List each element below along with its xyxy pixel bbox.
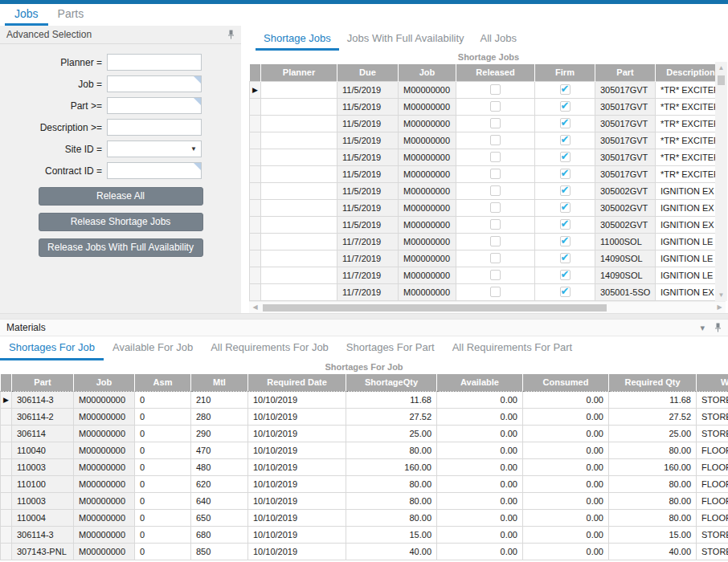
grid-cell[interactable]: 290 [191,425,248,442]
grid-cell[interactable]: 0.00 [523,408,609,425]
released-checkbox[interactable] [490,118,501,128]
grid-cell[interactable]: 305002GVT [595,199,656,216]
grid-cell[interactable]: STORE [697,391,728,408]
row-selector-header[interactable] [1,374,12,391]
grid-cell[interactable]: 110004 [12,509,74,526]
column-header-released[interactable]: Released [456,64,535,81]
released-checkbox[interactable] [490,202,501,213]
panel-splitter[interactable] [241,26,249,313]
grid-cell[interactable]: M00000000 [74,425,135,442]
grid-cell[interactable]: M00000000 [399,182,456,199]
grid-cell[interactable]: 0 [135,492,191,509]
column-header-required-date[interactable]: Required Date [248,374,346,391]
grid-cell[interactable]: M00000000 [74,458,135,475]
firm-checkbox[interactable] [560,152,571,162]
grid-cell[interactable]: M00000000 [399,81,456,98]
grid-cell[interactable] [456,250,535,267]
grid-cell[interactable]: 0.00 [523,492,609,509]
row-selector[interactable] [1,442,12,458]
scroll-down-icon[interactable]: ▼ [718,289,725,301]
grid-cell[interactable] [456,216,535,233]
grid-cell[interactable]: M00000000 [399,165,456,182]
grid-cell[interactable]: 10/10/2019 [248,408,346,425]
part-input[interactable] [107,97,202,114]
grid-cell[interactable]: 80.00 [609,492,697,509]
row-selector[interactable] [1,425,12,442]
grid-cell[interactable]: 10/10/2019 [248,492,346,509]
tab-all-requirements-for-job[interactable]: All Requirements For Job [202,336,337,360]
grid-cell[interactable]: M00000000 [399,216,456,233]
released-checkbox[interactable] [490,84,501,95]
grid-cell[interactable]: 305017GVT [595,132,656,149]
column-header-shortageqty[interactable]: ShortageQty [346,374,437,391]
row-selector[interactable] [1,408,12,425]
grid-cell[interactable]: M00000000 [74,391,135,408]
row-selector[interactable] [250,132,261,149]
grid-cell[interactable]: 480 [191,458,248,475]
scrollbar-thumb[interactable] [263,304,607,312]
firm-checkbox[interactable] [560,270,571,280]
grid-cell[interactable]: 305017GVT [595,165,656,182]
grid-cell[interactable] [261,165,337,182]
grid-cell[interactable]: 850 [191,543,248,560]
grid-cell[interactable]: 0.00 [437,391,523,408]
row-selector[interactable] [250,216,261,233]
grid-cell[interactable]: 80.00 [609,442,697,458]
released-checkbox[interactable] [490,287,501,297]
grid-cell[interactable] [261,98,337,115]
grid-cell[interactable] [456,283,535,300]
column-header-warehouse[interactable]: Warehouse [697,374,728,391]
grid-cell[interactable]: FLOOR [697,442,728,458]
grid-cell[interactable]: 210 [191,391,248,408]
grid-row[interactable]: 11/5/2019M00000000305017GVT*TR* EXCITER [250,132,726,149]
grid-cell[interactable]: 11/7/2019 [337,233,399,250]
released-checkbox[interactable] [490,219,501,230]
grid-cell[interactable]: 11/5/2019 [337,149,399,165]
grid-cell[interactable]: 14090SOL [595,267,656,283]
grid-cell[interactable]: M00000000 [399,199,456,216]
column-header-required-qty[interactable]: Required Qty [609,374,697,391]
grid-cell[interactable] [456,199,535,216]
pin-icon[interactable] [714,323,722,332]
grid-cell[interactable] [261,283,337,300]
grid-cell[interactable]: 10/10/2019 [248,442,346,458]
grid-cell[interactable] [535,250,595,267]
grid-cell[interactable]: M00000000 [74,526,135,543]
grid-cell[interactable]: 0.00 [437,458,523,475]
grid-row[interactable]: 11/5/2019M00000000305017GVT*TR* EXCITER [250,165,726,182]
grid-cell[interactable] [456,98,535,115]
tab-available-for-job[interactable]: Available For Job [104,336,202,360]
grid-cell[interactable]: 0.00 [523,442,609,458]
grid-cell[interactable]: 10/10/2019 [248,391,346,408]
grid-cell[interactable]: 305017GVT [595,149,656,165]
tab-all-requirements-for-part[interactable]: All Requirements For Part [444,336,582,360]
grid-cell[interactable] [535,149,595,165]
grid-cell[interactable]: 640 [191,492,248,509]
description-input[interactable] [107,119,202,136]
grid-cell[interactable]: 40.00 [346,543,437,560]
grid-cell[interactable]: 11/5/2019 [337,81,399,98]
grid-cell[interactable]: 11/5/2019 [337,182,399,199]
grid-cell[interactable]: M00000000 [399,250,456,267]
grid-cell[interactable]: 15.00 [346,526,437,543]
grid-cell[interactable]: 11000SOL [595,233,656,250]
grid-row[interactable]: 11/5/2019M00000000305017GVT*TR* EXCITER [250,98,726,115]
grid-cell[interactable] [535,182,595,199]
grid-cell[interactable]: 280 [191,408,248,425]
grid-cell[interactable]: 10/10/2019 [248,425,346,442]
release-all-button[interactable]: Release All [39,187,203,206]
grid-cell[interactable] [535,216,595,233]
release-jobs-full-availability-button[interactable]: Release Jobs With Full Availability [39,238,203,257]
grid-cell[interactable]: 110040 [12,442,74,458]
pin-icon[interactable] [227,30,235,39]
release-shortage-jobs-button[interactable]: Release Shortage Jobs [39,213,203,231]
firm-checkbox[interactable] [560,202,571,213]
released-checkbox[interactable] [490,236,501,246]
grid-cell[interactable]: M00000000 [399,98,456,115]
grid-cell[interactable] [456,165,535,182]
grid-row[interactable]: 11/7/2019M00000000305001-5SOIGNITION EX [250,283,726,300]
grid-cell[interactable]: 11/5/2019 [337,165,399,182]
grid-cell[interactable]: 14090SOL [595,250,656,267]
grid-cell[interactable]: 0.00 [523,391,609,408]
grid-cell[interactable]: 0.00 [523,509,609,526]
